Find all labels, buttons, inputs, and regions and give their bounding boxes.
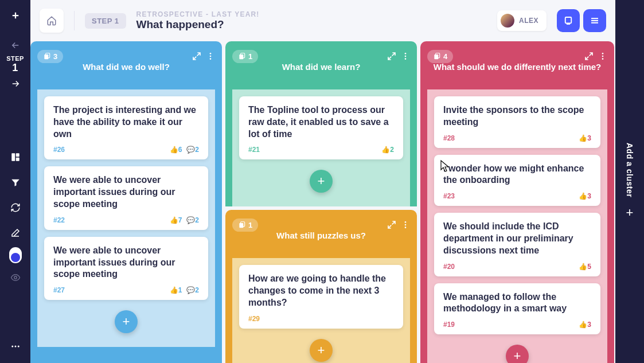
add-button[interactable] bbox=[5, 5, 26, 26]
cluster-more-icon[interactable] bbox=[598, 52, 607, 61]
like-icon[interactable]: 👍3 bbox=[579, 192, 591, 200]
comment-icon[interactable]: 💬2 bbox=[186, 146, 199, 154]
card-text: How are we going to handle the changes t… bbox=[248, 273, 394, 309]
comment-icon[interactable]: 💬2 bbox=[186, 286, 199, 294]
cards-icon bbox=[433, 52, 441, 60]
comment-icon[interactable]: 💬2 bbox=[186, 216, 199, 224]
card-id: #19 bbox=[443, 321, 455, 329]
card[interactable]: Invite the sponsors to the scope meeting… bbox=[434, 96, 600, 148]
cluster-title: What still puzzles us? bbox=[225, 231, 417, 240]
card-text: The Topline tool to process our raw date… bbox=[248, 104, 394, 140]
like-icon[interactable]: 👍3 bbox=[579, 321, 591, 329]
expand-icon[interactable] bbox=[387, 52, 396, 61]
card-id: #20 bbox=[443, 263, 455, 271]
filter-icon[interactable] bbox=[5, 171, 26, 193]
home-button[interactable] bbox=[40, 9, 64, 33]
card[interactable]: We should include the ICD department in … bbox=[434, 213, 600, 276]
expand-icon[interactable] bbox=[584, 52, 594, 61]
card-id: #22 bbox=[53, 216, 65, 224]
cluster-puzzle: 1 What still puzzles us? How are we goin… bbox=[225, 210, 417, 363]
add-cluster-plus-icon[interactable]: + bbox=[626, 205, 634, 220]
cluster-more-icon[interactable] bbox=[401, 220, 410, 229]
card-text: The project is interesting and we have t… bbox=[53, 104, 199, 140]
cluster-well: 3 What did we do well? The project is in… bbox=[30, 41, 222, 363]
card-id: #29 bbox=[248, 315, 260, 323]
cards-icon bbox=[238, 221, 246, 229]
like-icon[interactable]: 👍7 bbox=[170, 216, 182, 224]
cluster-count: 1 bbox=[248, 52, 252, 61]
svg-rect-1 bbox=[15, 153, 19, 157]
header-titles: RETROSPECTIVE - LAST YEAR! What happened… bbox=[136, 10, 260, 31]
user-name: ALEX bbox=[519, 17, 538, 25]
svg-point-11 bbox=[210, 56, 212, 57]
card-text: I wonder how we might enhance the onboar… bbox=[443, 163, 591, 187]
right-rail[interactable]: Add a cluster + bbox=[615, 0, 644, 363]
card[interactable]: The project is interesting and we have t… bbox=[44, 96, 208, 159]
expand-icon[interactable] bbox=[192, 52, 201, 61]
card[interactable]: The Topline tool to process our raw date… bbox=[239, 96, 403, 159]
layout-icon[interactable] bbox=[5, 146, 26, 168]
card-id: #23 bbox=[443, 192, 455, 200]
add-card-button[interactable]: + bbox=[506, 345, 529, 363]
cluster-more-icon[interactable] bbox=[206, 52, 215, 61]
card-id: #28 bbox=[443, 134, 455, 142]
svg-point-16 bbox=[405, 56, 407, 57]
header: STEP 1 RETROSPECTIVE - LAST YEAR! What h… bbox=[30, 0, 615, 41]
svg-point-25 bbox=[602, 53, 604, 54]
cluster-count: 3 bbox=[53, 52, 57, 61]
card[interactable]: We managed to follow the methodology in … bbox=[434, 283, 600, 335]
user-chip[interactable]: ALEX bbox=[497, 10, 547, 31]
svg-point-15 bbox=[405, 53, 407, 54]
more-icon[interactable] bbox=[5, 335, 26, 357]
cluster-title: What did we do well? bbox=[30, 62, 222, 72]
add-card-button[interactable]: + bbox=[310, 339, 333, 362]
card-id: #26 bbox=[53, 146, 65, 154]
cluster-count-pill: 1 bbox=[232, 50, 258, 63]
svg-rect-13 bbox=[239, 54, 243, 59]
avatar bbox=[501, 14, 514, 28]
like-icon[interactable]: 👍2 bbox=[381, 146, 394, 154]
refresh-icon[interactable] bbox=[5, 197, 26, 218]
next-step-arrow[interactable] bbox=[10, 79, 21, 89]
visibility-icon[interactable] bbox=[5, 267, 26, 288]
svg-rect-2 bbox=[15, 158, 19, 161]
cluster-count-pill: 1 bbox=[232, 218, 258, 232]
card[interactable]: How are we going to handle the changes t… bbox=[239, 265, 403, 328]
cluster-more-icon[interactable] bbox=[401, 52, 410, 61]
like-icon[interactable]: 👍5 bbox=[579, 263, 591, 271]
mode-toggle[interactable] bbox=[5, 247, 26, 263]
add-card-button[interactable]: + bbox=[115, 310, 138, 333]
add-card-button[interactable]: + bbox=[310, 170, 333, 193]
cluster-learn: 1 What did we learn? The Topline tool to… bbox=[225, 41, 417, 206]
svg-point-12 bbox=[210, 58, 212, 60]
card-text: We were able to uncover important issues… bbox=[53, 174, 199, 210]
prev-step-arrow[interactable] bbox=[10, 40, 21, 50]
step-badge: STEP 1 bbox=[85, 13, 126, 29]
card[interactable]: I wonder how we might enhance the onboar… bbox=[434, 155, 600, 206]
svg-point-22 bbox=[405, 227, 407, 229]
like-icon[interactable]: 👍1 bbox=[170, 286, 182, 294]
like-icon[interactable]: 👍3 bbox=[579, 134, 591, 142]
card-text: Invite the sponsors to the scope meeting bbox=[443, 104, 591, 128]
card[interactable]: We were able to uncover important issues… bbox=[44, 237, 208, 300]
main-area: STEP 1 RETROSPECTIVE - LAST YEAR! What h… bbox=[30, 0, 615, 363]
svg-point-20 bbox=[405, 221, 407, 223]
card[interactable]: We were able to uncover important issues… bbox=[44, 166, 208, 229]
step-label: STEP bbox=[6, 55, 24, 62]
cards-icon bbox=[43, 52, 51, 60]
add-cluster-label: Add a cluster bbox=[625, 143, 634, 197]
card-id: #21 bbox=[248, 146, 260, 154]
svg-point-6 bbox=[17, 346, 19, 348]
board: 3 What did we do well? The project is in… bbox=[30, 41, 615, 363]
svg-point-26 bbox=[602, 56, 604, 57]
cluster-diff: 4 What should we do differently next tim… bbox=[420, 41, 614, 363]
expand-icon[interactable] bbox=[387, 220, 396, 229]
svg-rect-23 bbox=[434, 54, 438, 59]
list-view-button[interactable] bbox=[583, 9, 606, 32]
like-icon[interactable]: 👍6 bbox=[170, 146, 182, 154]
export-button[interactable] bbox=[557, 9, 580, 32]
edit-icon[interactable] bbox=[5, 222, 26, 244]
step-indicator: STEP 1 bbox=[6, 55, 24, 74]
cluster-count: 4 bbox=[443, 52, 447, 61]
svg-rect-8 bbox=[44, 54, 48, 59]
